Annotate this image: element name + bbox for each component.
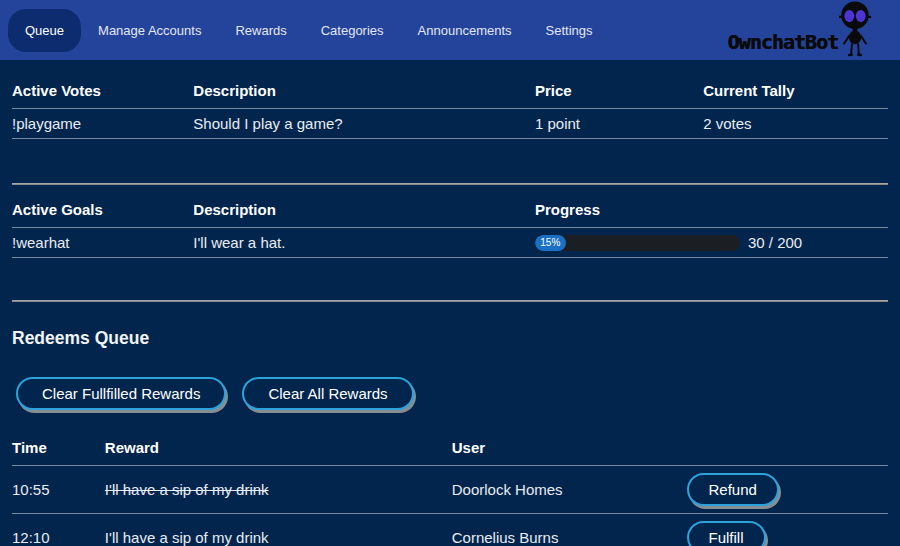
goals-header-description: Description <box>193 185 535 228</box>
goal-description: I'll wear a hat. <box>193 228 535 258</box>
redeem-reward-0: I'll have a sip of my drink <box>105 481 269 498</box>
redeem-time: 12:10 <box>12 514 105 546</box>
goal-row: !wearhat I'll wear a hat. 15% 30 / 200 <box>12 228 888 258</box>
redeem-reward-1: I'll have a sip of my drink <box>105 529 269 546</box>
vote-price: 1 point <box>535 109 703 139</box>
redeems-header-reward: Reward <box>105 423 452 466</box>
clear-fulfilled-rewards-button[interactable]: Clear Fullfilled Rewards <box>16 377 226 410</box>
nav-menu: Queue Manage Accounts Rewards Categories… <box>8 9 610 52</box>
progress-bar-track: 15% <box>535 235 740 251</box>
redeem-row: 12:10 I'll have a sip of my drink Cornel… <box>12 514 888 546</box>
goal-command: !wearhat <box>12 228 193 258</box>
goal-progress-fill: 15% <box>535 235 566 251</box>
nav-item-categories[interactable]: Categories <box>304 9 401 52</box>
redeems-actions: Clear Fullfilled Rewards Clear All Rewar… <box>12 377 888 410</box>
fulfill-button[interactable]: Fulfill <box>687 521 766 546</box>
votes-header-tally: Current Tally <box>703 60 888 109</box>
vote-row: !playgame Should I play a game? 1 point … <box>12 109 888 139</box>
redeems-table: Time Reward User 10:55 I'll have a sip o… <box>12 423 888 546</box>
vote-description: Should I play a game? <box>193 109 535 139</box>
active-goals-table: Active Goals Description Progress !wearh… <box>12 185 888 258</box>
goal-progress: 15% 30 / 200 <box>535 234 888 251</box>
refund-button[interactable]: Refund <box>687 473 779 506</box>
nav-item-rewards[interactable]: Rewards <box>218 9 303 52</box>
votes-header-price: Price <box>535 60 703 109</box>
redeem-time: 10:55 <box>12 466 105 514</box>
goals-header-command: Active Goals <box>12 185 193 228</box>
redeem-row: 10:55 I'll have a sip of my drink Doorlo… <box>12 466 888 514</box>
top-navbar: Queue Manage Accounts Rewards Categories… <box>0 0 900 60</box>
redeem-user: Cornelius Burns <box>452 514 687 546</box>
vote-command: !playgame <box>12 109 193 139</box>
vote-tally: 2 votes <box>703 109 888 139</box>
progress-count-label: 30 / 200 <box>748 234 802 251</box>
redeems-header-time: Time <box>12 423 105 466</box>
clear-all-rewards-button[interactable]: Clear All Rewards <box>242 377 413 410</box>
nav-item-settings[interactable]: Settings <box>529 9 610 52</box>
nav-item-manage-accounts[interactable]: Manage Accounts <box>81 9 218 52</box>
votes-header-command: Active Votes <box>12 60 193 109</box>
redeems-queue-title: Redeems Queue <box>12 328 888 349</box>
section-divider <box>12 300 888 302</box>
redeem-user: Doorlock Homes <box>452 466 687 514</box>
redeems-header-actions <box>687 423 889 466</box>
active-votes-table: Active Votes Description Price Current T… <box>12 60 888 139</box>
votes-header-description: Description <box>193 60 535 109</box>
brand-name: OwnchatBot <box>728 32 838 52</box>
goals-header-progress: Progress <box>535 185 888 228</box>
nav-item-queue[interactable]: Queue <box>8 9 81 52</box>
nav-item-announcements[interactable]: Announcements <box>401 9 529 52</box>
main-content: Active Votes Description Price Current T… <box>0 60 900 546</box>
redeems-header-user: User <box>452 423 687 466</box>
brand-logo: OwnchatBot <box>728 0 878 60</box>
progress-percent-label: 15% <box>540 237 560 248</box>
robot-mascot-icon <box>832 0 878 58</box>
